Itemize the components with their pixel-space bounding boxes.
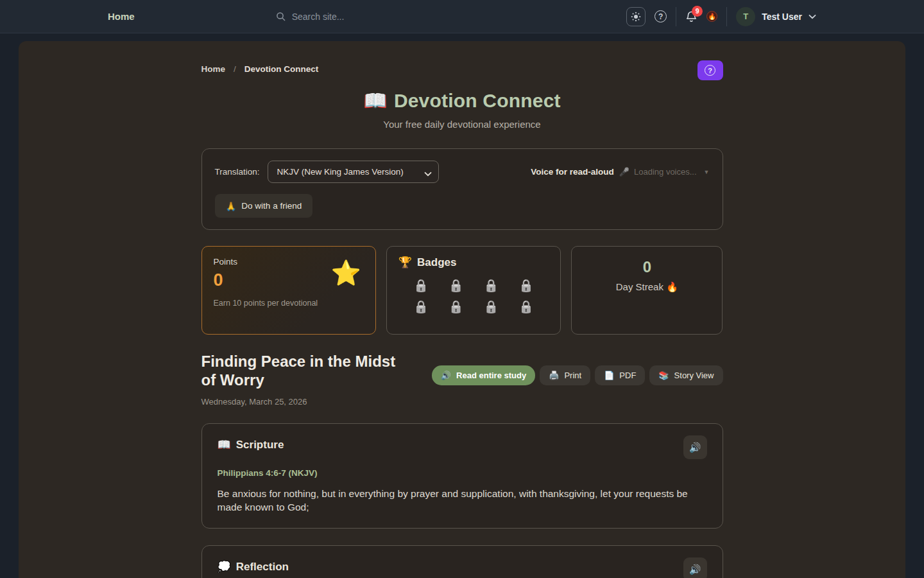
- top-navbar: Home ?: [0, 0, 924, 33]
- avatar: T: [736, 7, 755, 26]
- nav-divider: [726, 7, 727, 26]
- lock-icon: 🔒: [483, 299, 499, 314]
- theme-toggle-button[interactable]: [626, 7, 646, 26]
- page-title: 📖Devotion Connect: [201, 89, 723, 112]
- speaker-icon: 🔊: [689, 564, 701, 575]
- lock-icon: 🔒: [483, 278, 499, 293]
- voice-loading-text: Loading voices...: [634, 167, 697, 177]
- stats-row: Points 0 Earn 10 points per devotional ⭐…: [201, 246, 723, 335]
- fire-alert-icon[interactable]: 🔥: [706, 11, 717, 22]
- star-icon: ⭐: [330, 261, 361, 285]
- read-entire-study-button[interactable]: 🔊 Read entire study: [432, 365, 535, 385]
- lock-icon: 🔒: [449, 299, 464, 314]
- streak-label: Day Streak 🔥: [616, 281, 678, 293]
- breadcrumb-current: Devotion Connect: [244, 64, 319, 74]
- scripture-read-aloud-button[interactable]: 🔊: [683, 435, 707, 459]
- printer-icon: 🖨️: [549, 371, 559, 380]
- scripture-text: Be anxious for nothing, but in everythin…: [218, 487, 692, 514]
- lock-icon: 🔒: [413, 278, 429, 293]
- navbar-controls: ? 9 🔥 T Test User: [626, 7, 816, 26]
- microphone-icon: 🎤: [619, 167, 629, 177]
- caret-down-icon: ▼: [704, 169, 710, 175]
- pdf-button[interactable]: 📄 PDF: [595, 365, 645, 385]
- page-subtitle: Your free daily devotional experience: [201, 119, 723, 130]
- reflection-card: 💭 Reflection 🔊 In a world often characte…: [201, 545, 723, 578]
- scripture-card: 📖 Scripture 🔊 Philippians 4:6-7 (NKJV) B…: [201, 423, 723, 529]
- lock-icon: 🔒: [518, 278, 534, 293]
- breadcrumb-home-link[interactable]: Home: [201, 64, 226, 74]
- do-with-friend-button[interactable]: 🙏 Do with a friend: [215, 194, 313, 218]
- devotional-header: Finding Peace in the Midst of Worry Wedn…: [201, 352, 723, 407]
- badges-card: 🏆 Badges 🔒 🔒 🔒 🔒 🔒 🔒 🔒 🔒: [386, 246, 561, 335]
- lock-icon: 🔒: [449, 278, 464, 293]
- notifications-button[interactable]: 9: [685, 10, 697, 23]
- notification-badge: 9: [692, 6, 703, 17]
- pray-icon: 🙏: [226, 201, 237, 211]
- fire-icon: 🔥: [666, 281, 678, 292]
- nav-divider: [676, 7, 676, 26]
- book-icon: 📖: [363, 90, 388, 111]
- scripture-reference: Philippians 4:6-7 (NKJV): [218, 468, 707, 478]
- sun-icon: [631, 12, 641, 22]
- translation-label: Translation:: [215, 167, 260, 177]
- reflection-read-aloud-button[interactable]: 🔊: [683, 557, 707, 578]
- scripture-title: 📖 Scripture: [218, 438, 284, 451]
- voice-select[interactable]: 🎤 Loading voices... ▼: [619, 167, 710, 177]
- page-header: 📖Devotion Connect Your free daily devoti…: [201, 89, 723, 130]
- question-icon: ?: [654, 10, 667, 22]
- devotional-title: Finding Peace in the Midst of Worry: [201, 352, 413, 389]
- speaker-icon: 🔊: [441, 371, 451, 380]
- settings-card: Translation: NKJV (New King James Versio…: [201, 148, 723, 230]
- user-menu[interactable]: T Test User: [736, 7, 816, 26]
- chevron-down-icon: [809, 14, 816, 19]
- nav-home-link[interactable]: Home: [108, 11, 135, 22]
- breadcrumb-separator: /: [234, 64, 236, 74]
- trophy-icon: 🏆: [398, 256, 412, 269]
- site-search: [276, 12, 433, 22]
- story-view-button[interactable]: 📚 Story View: [649, 365, 723, 385]
- streak-card: 0 Day Streak 🔥: [571, 246, 723, 335]
- streak-value: 0: [643, 258, 651, 276]
- translation-select[interactable]: NKJV (New King James Version): [268, 161, 439, 183]
- books-icon: 📚: [658, 371, 669, 380]
- devotional-actions: 🔊 Read entire study 🖨️ Print 📄 PDF 📚 Sto…: [432, 365, 723, 385]
- badges-grid: 🔒 🔒 🔒 🔒 🔒 🔒 🔒 🔒: [398, 278, 549, 314]
- reflection-title: 💭 Reflection: [218, 560, 289, 574]
- search-input[interactable]: [292, 12, 433, 22]
- help-button[interactable]: ?: [654, 10, 667, 22]
- thought-balloon-icon: 💭: [218, 560, 231, 574]
- lock-icon: 🔒: [518, 299, 534, 314]
- devotional-date: Wednesday, March 25, 2026: [201, 397, 432, 407]
- question-icon: ?: [705, 65, 715, 76]
- search-icon: [276, 12, 286, 22]
- voice-label: Voice for read-aloud: [531, 167, 614, 177]
- print-button[interactable]: 🖨️ Print: [540, 365, 590, 385]
- badges-title: 🏆 Badges: [398, 256, 549, 269]
- page-help-button[interactable]: ?: [697, 60, 723, 80]
- user-name: Test User: [762, 12, 802, 22]
- main-panel: Home / Devotion Connect ? 📖Devotion Conn…: [19, 41, 905, 578]
- speaker-icon: 🔊: [689, 442, 701, 453]
- points-subtext: Earn 10 points per devotional: [214, 299, 364, 308]
- document-icon: 📄: [604, 371, 614, 380]
- lock-icon: 🔒: [413, 299, 429, 314]
- open-book-icon: 📖: [218, 438, 231, 451]
- content-column: Home / Devotion Connect ? 📖Devotion Conn…: [201, 41, 723, 578]
- breadcrumb: Home / Devotion Connect: [201, 60, 319, 74]
- points-card: Points 0 Earn 10 points per devotional ⭐: [201, 246, 376, 335]
